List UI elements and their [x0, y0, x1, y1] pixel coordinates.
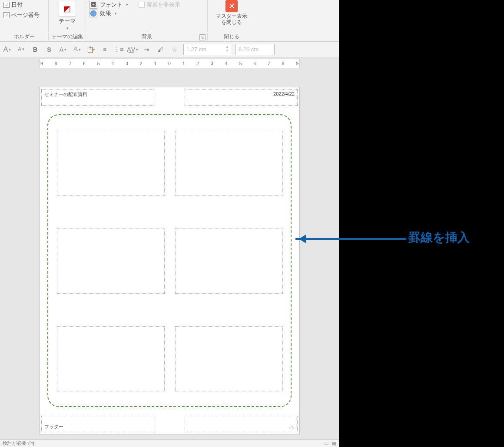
slide-placeholder-4[interactable]: [175, 228, 283, 294]
fonts-button[interactable]: 亜 フォント ▾: [90, 1, 128, 9]
themes-button[interactable]: ◩ テーマ ▾: [55, 0, 80, 31]
shape-button[interactable]: ☆: [169, 45, 179, 54]
close-master-view-button[interactable]: ✕ マスター表示 を閉じる: [216, 0, 247, 25]
checkbox-date[interactable]: 日付: [3, 1, 23, 9]
ruler-tick: 0: [168, 61, 171, 66]
slide-placeholder-3[interactable]: [57, 228, 165, 294]
chevron-down-icon: ▾: [66, 26, 69, 30]
slide-sorter-view-icon[interactable]: ▦: [332, 440, 336, 446]
effects-button[interactable]: 効果 ▾: [90, 10, 117, 17]
ruler-tick: 3: [126, 61, 128, 66]
bold-button[interactable]: B: [30, 45, 40, 54]
check-icon: [3, 12, 10, 18]
ruler-tick: 8: [282, 61, 285, 66]
header-left-placeholder[interactable]: セミナーの配布資料: [41, 89, 154, 106]
decrease-font-button[interactable]: A▼: [17, 45, 26, 54]
themes-label: テーマ: [59, 17, 76, 25]
ruler-tick: 9: [40, 61, 43, 66]
format-toolbar: A▲ A▼ B S A▾ 𝔸▾ 📋▾ ≡ ⋮≡ A͟V▾ ⇥ 🖌 ☆ 1.27 …: [0, 42, 339, 57]
slide-placeholder-5[interactable]: [57, 326, 165, 391]
fonts-icon: 亜: [90, 1, 97, 9]
text-shadow-button[interactable]: S: [44, 45, 54, 54]
close-icon: ✕: [225, 0, 238, 12]
dialog-launcher-icon[interactable]: ↘: [199, 34, 206, 40]
ruler-tick: 6: [83, 61, 86, 66]
format-painter-button[interactable]: 🖌: [156, 45, 165, 54]
ruler-tick: 5: [239, 61, 242, 66]
checkbox-icon: [139, 2, 145, 8]
slide-placeholder-2[interactable]: [175, 131, 283, 196]
font-color-button[interactable]: A▾: [58, 45, 68, 54]
ruler-tick: 4: [111, 61, 114, 66]
ruler-tick: 3: [211, 61, 213, 66]
hide-background-checkbox: 背景を非表示: [139, 1, 180, 9]
close-master-line2: を閉じる: [221, 19, 242, 25]
ruler-tick: 4: [225, 61, 228, 66]
horizontal-ruler[interactable]: 9876543210123456789: [0, 57, 339, 70]
ruler-tick: 7: [69, 61, 71, 66]
align-button[interactable]: ≡: [100, 45, 109, 54]
bullets-button[interactable]: ⋮≡: [114, 45, 123, 54]
ribbon-group-labels: ホルダー テーマの編集 背景 ↘ 閉じる: [0, 32, 339, 42]
checkbox-page-number[interactable]: ページ番号: [3, 11, 40, 19]
footer-page-number-placeholder[interactable]: ‹#›: [185, 416, 298, 432]
close-master-line1: マスター表示: [216, 13, 247, 19]
status-bar: 検討が必要です ▭ ▦: [0, 439, 339, 447]
height-input[interactable]: 1.27 cm ▲▼: [183, 44, 231, 55]
chevron-down-icon: ▾: [115, 11, 117, 16]
effects-label: 効果: [100, 10, 111, 17]
annotation-label: 罫線を挿入: [408, 229, 470, 246]
check-icon: [3, 2, 10, 8]
ribbon: 日付 ページ番号 ◩ テーマ ▾ 亜 フォント ▾: [0, 0, 339, 32]
character-spacing-button[interactable]: A͟V▾: [128, 45, 137, 54]
hide-bg-label: 背景を非表示: [146, 1, 180, 9]
fonts-label: フォント: [100, 1, 123, 9]
width-value: 8.26 cm: [239, 46, 259, 53]
chevron-down-icon: ▾: [126, 3, 128, 7]
paste-button[interactable]: 📋▾: [86, 45, 96, 54]
slide-placeholder-1[interactable]: [57, 131, 165, 196]
height-value: 1.27 cm: [186, 46, 206, 53]
ruler-tick: 2: [140, 61, 143, 66]
annotation-arrow-icon: [295, 238, 406, 240]
normal-view-icon[interactable]: ▭: [324, 440, 328, 446]
effects-icon: [90, 10, 97, 17]
ruler-tick: 7: [268, 61, 270, 66]
date-label: 日付: [11, 1, 23, 9]
slide-placeholder-6[interactable]: [175, 326, 283, 391]
page-number-label: ページ番号: [11, 11, 40, 19]
ruler-tick: 8: [55, 61, 57, 66]
group-placeholder-label: ホルダー: [0, 33, 49, 40]
text-effects-button[interactable]: 𝔸▾: [72, 45, 82, 54]
ruler-tick: 5: [97, 61, 100, 66]
themes-icon: ◩: [59, 1, 76, 17]
group-theme-label: テーマの編集: [49, 33, 86, 40]
spinner-arrows-icon: ▲▼: [225, 45, 229, 53]
ruler-tick: 9: [296, 61, 298, 66]
ruler-tick: 1: [182, 61, 185, 66]
width-input[interactable]: 8.26 cm: [235, 44, 275, 55]
increase-font-button[interactable]: A▲: [3, 45, 12, 54]
app-window: 日付 ページ番号 ◩ テーマ ▾ 亜 フォント ▾: [0, 0, 339, 447]
group-close-label: 閉じる: [208, 33, 255, 40]
footer-left-placeholder[interactable]: フッター: [41, 416, 154, 432]
handout-page[interactable]: セミナーの配布資料 2022/4/22 フッター ‹#›: [39, 87, 300, 434]
ruler-tick: 2: [197, 61, 199, 66]
edit-canvas[interactable]: セミナーの配布資料 2022/4/22 フッター ‹#›: [0, 70, 339, 439]
group-background-label: 背景 ↘: [86, 33, 208, 40]
indent-button[interactable]: ⇥: [142, 45, 151, 54]
status-text: 検討が必要です: [3, 440, 36, 447]
header-date-placeholder[interactable]: 2022/4/22: [185, 89, 298, 106]
ruler-tick: 6: [253, 61, 256, 66]
ruler-tick: 1: [154, 61, 157, 66]
